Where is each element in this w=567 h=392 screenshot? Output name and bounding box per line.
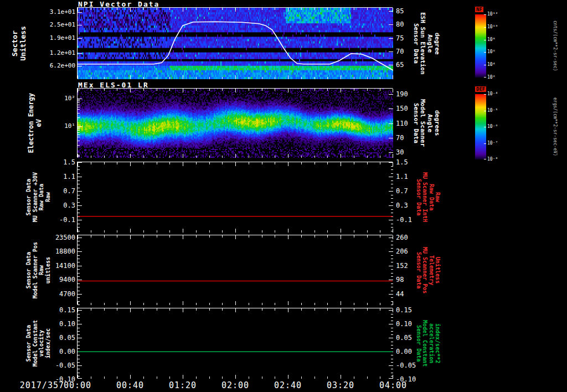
npi-plot-canvas bbox=[78, 8, 393, 79]
def-colorbar bbox=[475, 94, 486, 159]
x-tick-label: 03:20 bbox=[324, 380, 357, 390]
axis-label-line: Sector bbox=[11, 30, 19, 56]
colorbar-tick-label: 10¹⁰ bbox=[487, 24, 505, 29]
panel-model-constant-velocity bbox=[77, 308, 393, 378]
axis-label-line: MU Scanner IntH bbox=[422, 172, 429, 222]
axis-label-line: index/sec**2 bbox=[435, 323, 441, 363]
y-tick-label: 1.9e+01 bbox=[45, 34, 75, 42]
panel-npi bbox=[77, 7, 393, 79]
science-plot-figure: NPI Vector Data MEx ELS-01 LR 2017/357 3… bbox=[0, 0, 567, 392]
axis-label-line: ESH Sun Elevation bbox=[419, 12, 426, 75]
y-axis-label-left-npi: SectorUnitless bbox=[11, 8, 28, 79]
axis-label-line: MU Scanner Pos bbox=[422, 247, 429, 293]
axis-label-line: MU Scanner +30V bbox=[32, 172, 39, 222]
colorbar-tag: DEF bbox=[475, 86, 486, 92]
y-axis-label-left-model-constant-velocity: Sensor DataModel Constantvelocityindex/s… bbox=[25, 308, 51, 379]
axis-label-line: Sensor Data bbox=[25, 252, 32, 288]
x-tick-label: 02:40 bbox=[271, 380, 305, 390]
y-axis-label-left-mu-scanner-30v: Sensor DataMU Scanner +30VRaw DataRaw bbox=[25, 162, 51, 233]
els-plot-canvas bbox=[78, 89, 393, 158]
colorbar-unit-label: cnts/(cm**2-sr-sec) bbox=[553, 14, 558, 78]
colorbar-unit-text: ergs/(cm**2-sr-sec-eV) bbox=[553, 97, 558, 156]
axis-label-line: eV bbox=[35, 119, 43, 127]
x-tick-label: 00:40 bbox=[114, 380, 147, 390]
y-axis-label-right-els: Sensor DataModel ScannerAngledegrees bbox=[412, 89, 440, 158]
nf-colorbar bbox=[475, 14, 486, 78]
colorbar-tick-label: 10⁸ bbox=[487, 37, 505, 42]
scanner-pos-plot-canvas bbox=[78, 235, 393, 305]
colorbar-tag: NF bbox=[475, 7, 483, 12]
colorbar-unit-label: ergs/(cm**2-sr-sec-eV) bbox=[553, 94, 558, 159]
axis-label-line: Angle bbox=[426, 114, 433, 132]
axis-label-line: Sensor Data bbox=[25, 325, 32, 362]
axis-label-line: Model Scanner bbox=[419, 99, 426, 147]
y-axis-label-right-model-constant-velocity: Sensor DataModel Constantaccelerationind… bbox=[415, 308, 441, 379]
y-axis-label-right-npi: Sensor DataESH Sun ElevationAngledegree bbox=[412, 8, 440, 79]
y-axis-label-right-scanner-pos: Sensor DataMU Scanner PosTelemetryUnitle… bbox=[415, 235, 441, 305]
panel-scanner-pos bbox=[77, 235, 393, 305]
colorbar-tick-label: 10¹² bbox=[487, 12, 505, 17]
axis-label-line: Unitless bbox=[435, 257, 441, 283]
axis-label-line: Sensor Data bbox=[415, 252, 422, 288]
x-tick-label: 02:00 bbox=[219, 380, 252, 390]
axis-label-line: Raw Data bbox=[428, 184, 435, 210]
x-tick-label: 00:00 bbox=[61, 380, 94, 390]
panel-mu-scanner-30v bbox=[77, 162, 393, 232]
y-axis-label-left-els: Electron EnergyeV bbox=[28, 89, 43, 158]
axis-label-line: Unitless bbox=[19, 26, 28, 61]
axis-label-line: Raw bbox=[435, 192, 441, 202]
axis-label-line: Sensor Data bbox=[412, 103, 419, 143]
axis-label-line: acceleration bbox=[428, 323, 435, 363]
axis-label-line: index/sec bbox=[45, 328, 51, 358]
axis-label-line: Model Constant bbox=[32, 320, 39, 367]
mu-scanner-30v-plot-canvas bbox=[78, 162, 393, 233]
y-tick-label: 10¹ bbox=[45, 122, 75, 130]
colorbar-tick-label: 10⁴ bbox=[487, 62, 505, 67]
axis-label-line: Electron Energy bbox=[28, 93, 35, 153]
axis-label-line: Raw bbox=[45, 192, 51, 202]
axis-label-line: Sensor Data bbox=[415, 325, 422, 362]
axis-label-line: Telemetry bbox=[428, 255, 435, 285]
y-axis-label-right-mu-scanner-30v: Sensor DataMU Scanner IntHRaw DataRaw bbox=[415, 162, 441, 233]
y-tick-label: 10² bbox=[45, 95, 75, 102]
x-tick-label: 01:20 bbox=[166, 380, 199, 390]
axis-label-line: degrees bbox=[433, 110, 440, 136]
axis-label-line: Angle bbox=[426, 34, 433, 53]
colorbar-tick-label: 10⁻⁷ bbox=[487, 141, 505, 146]
axis-label-line: Sensor Data bbox=[415, 179, 422, 215]
colorbar-tick-label: 10⁻⁵ bbox=[487, 108, 505, 113]
axis-label-line: Sensor Data bbox=[25, 179, 32, 215]
axis-label-line: Model Constant bbox=[422, 320, 429, 367]
axis-label-line: unitless bbox=[45, 257, 51, 283]
axis-label-line: velocity bbox=[38, 330, 45, 357]
x-tick-label: 04:00 bbox=[377, 380, 410, 390]
y-tick-label: 2.5e+01 bbox=[45, 21, 75, 28]
axis-label-line: Sensor Data bbox=[412, 23, 419, 64]
colorbar-tick-label: 10⁻⁸ bbox=[487, 157, 505, 162]
model-constant-velocity-plot-canvas bbox=[78, 308, 393, 379]
colorbar-tick-label: 10⁶ bbox=[487, 49, 505, 54]
axis-label-line: Raw Data bbox=[38, 184, 45, 210]
colorbar-tick-label: 10⁻⁶ bbox=[487, 124, 505, 129]
y-tick-label: 3.1e+01 bbox=[45, 8, 75, 16]
axis-label-line: Raw bbox=[38, 265, 45, 275]
colorbar-tick-label: 10² bbox=[487, 75, 505, 80]
colorbar-unit-text: cnts/(cm**2-sr-sec) bbox=[553, 20, 558, 71]
colorbar-tick-label: 10⁻⁴ bbox=[487, 91, 505, 96]
y-tick-label: 6.2e+00 bbox=[45, 62, 75, 69]
axis-label-line: Model Scanner Pos bbox=[32, 242, 39, 298]
panel-els bbox=[77, 88, 393, 157]
axis-label-line: degree bbox=[433, 33, 440, 55]
y-axis-label-left-scanner-pos: Sensor DataModel Scanner PosRawunitless bbox=[25, 235, 51, 305]
y-tick-label: 1.2e+01 bbox=[45, 49, 75, 56]
